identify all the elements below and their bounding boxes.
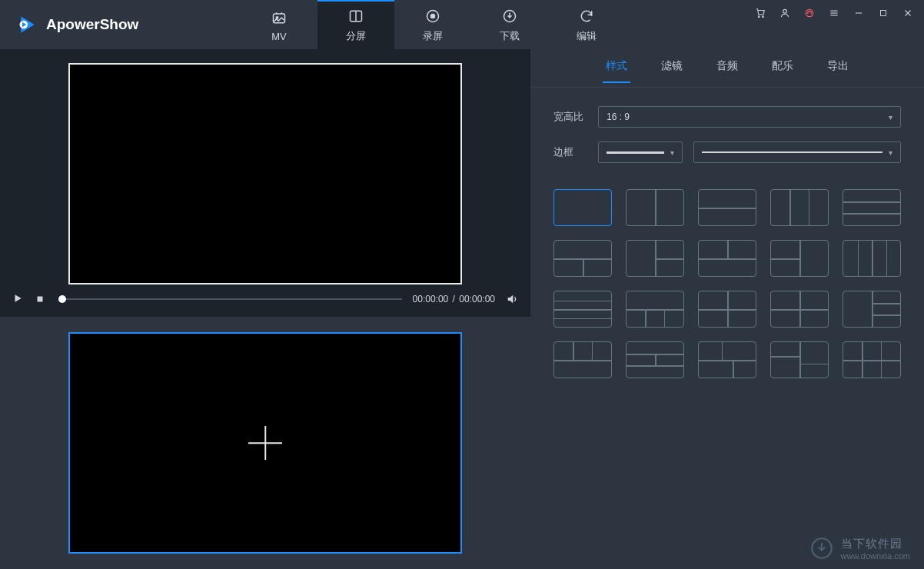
picture-icon (271, 9, 288, 26)
support-icon[interactable] (804, 8, 815, 18)
svg-rect-16 (881, 11, 886, 16)
subtab-style[interactable]: 样式 (606, 59, 627, 82)
subtab-export[interactable]: 导出 (827, 59, 849, 82)
main-tabs: MV 分屏 录屏 下载 编辑 (241, 0, 625, 49)
cart-icon[interactable] (755, 8, 766, 18)
play-button[interactable] (12, 293, 25, 305)
border-color-select[interactable]: ▾ (693, 141, 901, 163)
editor-area (0, 317, 530, 569)
download-icon (501, 8, 518, 25)
layout-top-3bottom[interactable] (626, 291, 684, 328)
layout-2x2-offset[interactable] (770, 341, 829, 378)
maximize-icon[interactable] (878, 8, 889, 18)
progress-bar[interactable] (58, 298, 402, 300)
tab-edit[interactable]: 编辑 (548, 0, 625, 49)
chevron-down-icon: ▾ (670, 148, 674, 157)
border-thickness-select[interactable]: ▾ (598, 141, 683, 163)
tab-download[interactable]: 下载 (471, 0, 548, 49)
volume-button[interactable] (506, 293, 518, 305)
titlebar-actions (755, 8, 913, 18)
layout-3col[interactable] (770, 189, 829, 226)
app-logo: ApowerShow (17, 14, 138, 35)
content: 00:00:00 / 00:00:00 样式 滤镜 音频 配乐 导出 宽高比 (0, 49, 924, 569)
aspect-ratio-label: 宽高比 (553, 110, 587, 124)
layout-2x2[interactable] (698, 291, 756, 328)
right-pane: 样式 滤镜 音频 配乐 导出 宽高比 16 : 9 ▾ 边框 ▾ (530, 49, 924, 569)
titlebar: ApowerShow MV 分屏 录屏 下载 (0, 0, 924, 49)
layout-l-2left-right[interactable] (770, 240, 829, 277)
subtab-filter[interactable]: 滤镜 (661, 59, 683, 82)
svg-rect-19 (38, 297, 43, 302)
player-bar: 00:00:00 / 00:00:00 (0, 292, 530, 317)
border-row: 边框 ▾ ▾ (553, 141, 901, 163)
layout-l-2top-bottom[interactable] (698, 240, 756, 277)
svg-rect-1 (274, 14, 285, 23)
split-icon (347, 8, 364, 25)
menu-icon[interactable] (829, 8, 839, 18)
subtab-music[interactable]: 配乐 (772, 59, 793, 82)
aspect-ratio-row: 宽高比 16 : 9 ▾ (553, 106, 901, 128)
stop-button[interactable] (35, 293, 48, 305)
progress-handle[interactable] (58, 295, 66, 303)
close-icon[interactable] (902, 8, 913, 18)
layout-2row[interactable] (698, 189, 756, 226)
tab-split[interactable]: 分屏 (317, 0, 394, 49)
layout-2left-1right-split[interactable] (770, 291, 829, 328)
svg-point-8 (758, 16, 759, 18)
line-thick-icon (607, 151, 664, 154)
svg-point-11 (806, 9, 813, 16)
svg-point-6 (431, 15, 435, 18)
time-display: 00:00:00 / 00:00:00 (413, 294, 495, 304)
layout-4col[interactable] (843, 240, 901, 277)
layout-3row[interactable] (843, 189, 901, 226)
layout-1x1[interactable] (553, 189, 612, 226)
left-pane: 00:00:00 / 00:00:00 (0, 49, 530, 569)
preview-area (0, 49, 530, 292)
editor-frame[interactable] (68, 332, 462, 554)
layout-2top-2bot-offset[interactable] (698, 341, 756, 378)
layout-presets (530, 189, 924, 378)
layout-left-3right[interactable] (843, 291, 901, 328)
refresh-icon (578, 8, 595, 25)
layout-2col[interactable] (626, 189, 684, 226)
logo-icon (17, 14, 38, 35)
app-name: ApowerShow (46, 16, 138, 33)
add-media-icon[interactable] (248, 426, 282, 460)
sub-tabs: 样式 滤镜 音频 配乐 导出 (530, 54, 924, 88)
chevron-down-icon: ▾ (889, 148, 892, 157)
border-label: 边框 (553, 145, 587, 159)
tab-record[interactable]: 录屏 (394, 0, 471, 49)
tab-mv[interactable]: MV (241, 0, 317, 49)
svg-point-10 (783, 9, 787, 13)
layout-4row[interactable] (553, 291, 612, 328)
chevron-down-icon: ▾ (889, 113, 892, 121)
layout-3x2[interactable] (843, 341, 901, 378)
layout-3row-midsplit[interactable] (626, 341, 684, 378)
layout-l-top-2bottom[interactable] (553, 240, 612, 277)
preview-frame (68, 63, 462, 284)
line-color-icon (702, 151, 882, 153)
subtab-audio[interactable]: 音频 (716, 59, 738, 82)
layout-3top-bottom[interactable] (553, 341, 612, 378)
svg-point-9 (763, 16, 764, 18)
user-icon[interactable] (779, 8, 790, 18)
style-controls: 宽高比 16 : 9 ▾ 边框 ▾ ▾ (530, 88, 924, 189)
minimize-icon[interactable] (853, 8, 864, 18)
layout-l-left-2right[interactable] (626, 240, 684, 277)
aspect-ratio-select[interactable]: 16 : 9 ▾ (598, 106, 901, 128)
record-icon (424, 8, 441, 25)
